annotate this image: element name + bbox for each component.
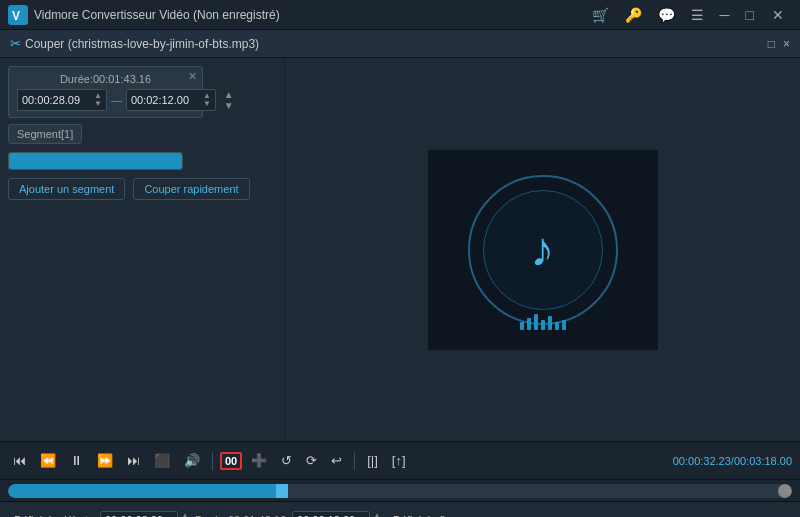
- duration-end-spinners: ▲ ▼: [203, 92, 211, 108]
- couper-restore-button[interactable]: □: [768, 37, 775, 51]
- skip-end-button[interactable]: ⏭: [122, 450, 145, 471]
- app-logo: V: [8, 5, 28, 25]
- ctrl-divider-2: [354, 452, 355, 470]
- close-button[interactable]: ✕: [764, 5, 792, 25]
- music-circle-inner: ♪: [483, 190, 603, 310]
- segment-label: Segment[1]: [8, 124, 82, 144]
- duration-scroll-up[interactable]: ▲: [224, 89, 234, 100]
- scissors-icon: ✂: [10, 36, 21, 51]
- end-time-spinners: ▲ ▼: [373, 512, 381, 518]
- title-bar-controls: 🛒 🔑 💬 ☰ ─ □ ✕: [586, 5, 792, 25]
- bracket-right-button[interactable]: [↑]: [387, 450, 411, 471]
- duration-start-spinners: ▲ ▼: [94, 92, 102, 108]
- duration-start-group: ▲ ▼: [17, 89, 107, 111]
- add-clip-button[interactable]: ➕: [246, 450, 272, 471]
- restore-button[interactable]: □: [740, 5, 760, 25]
- bracket-left-button[interactable]: [|]: [362, 450, 383, 471]
- seek-thumb[interactable]: [276, 484, 288, 498]
- duration-scroll-down[interactable]: ▼: [224, 100, 234, 111]
- eq-bar-3: [534, 314, 538, 330]
- play-button[interactable]: ⏸: [65, 450, 88, 471]
- settings-row: Définir le début ▲ ▼ Durée:00:01:43.16 ▲…: [0, 501, 800, 517]
- eq-bar-5: [548, 316, 552, 330]
- seek-right-end: [778, 484, 792, 498]
- start-time-group: ▲ ▼: [100, 511, 189, 518]
- app-title: Vidmore Convertisseur Vidéo (Non enregis…: [34, 8, 586, 22]
- title-bar: V Vidmore Convertisseur Vidéo (Non enreg…: [0, 0, 800, 30]
- seek-bar-fill: [8, 484, 282, 498]
- music-circle-outer: ♪: [468, 175, 618, 325]
- minimize-button[interactable]: ─: [714, 5, 736, 25]
- eq-bar-2: [527, 318, 531, 330]
- next-frame-button[interactable]: ⏩: [92, 450, 118, 471]
- prev-frame-button[interactable]: ⏪: [35, 450, 61, 471]
- duration-inputs: ▲ ▼ — ▲ ▼ ▲ ▼: [17, 89, 194, 111]
- duration-scroll-arrows: ▲ ▼: [224, 89, 234, 111]
- seek-bar[interactable]: [8, 484, 792, 498]
- duration-separator: —: [111, 94, 122, 106]
- set-start-button[interactable]: Définir le début: [8, 512, 94, 518]
- start-time-up[interactable]: ▲: [181, 512, 189, 518]
- undo-button[interactable]: ↩: [326, 450, 347, 471]
- left-timeline-fill: [9, 153, 182, 169]
- left-timeline[interactable]: [8, 152, 183, 170]
- eq-bar-7: [562, 320, 566, 330]
- couper-controls: □ ×: [768, 37, 790, 51]
- duration-end-input[interactable]: [131, 94, 203, 106]
- end-time-up[interactable]: ▲: [373, 512, 381, 518]
- seek-area: [0, 479, 800, 501]
- segment-buttons: Ajouter un segment Couper rapidement: [8, 178, 276, 200]
- svg-text:V: V: [12, 9, 20, 23]
- skip-start-button[interactable]: ⏮: [8, 450, 31, 471]
- start-time-spinners: ▲ ▼: [181, 512, 189, 518]
- user-icon[interactable]: 🔑: [619, 5, 648, 25]
- quick-cut-button[interactable]: Couper rapidement: [133, 178, 249, 200]
- couper-title: Couper (christmas-love-by-jimin-of-bts.m…: [25, 37, 768, 51]
- video-player: ♪: [428, 150, 658, 350]
- music-note-icon: ♪: [531, 222, 555, 277]
- right-panel: ♪: [285, 58, 800, 441]
- duration-start-input[interactable]: [22, 94, 94, 106]
- start-time-input[interactable]: [100, 511, 178, 518]
- controls-row: ⏮ ⏪ ⏸ ⏩ ⏭ ⬛ 🔊 00 ➕ ↺ ⟳ ↩ [|] [↑] 00:00:3…: [0, 441, 800, 479]
- couper-bar: ✂ Couper (christmas-love-by-jimin-of-bts…: [0, 30, 800, 58]
- eq-bar-4: [541, 320, 545, 330]
- duration-settings-label: Durée:00:01:43.16: [195, 514, 286, 518]
- couper-close-button[interactable]: ×: [783, 37, 790, 51]
- menu-icon[interactable]: ☰: [685, 5, 710, 25]
- duration-label: Durée:00:01:43.16: [17, 73, 194, 85]
- loop-button[interactable]: ↺: [276, 450, 297, 471]
- duration-end-group: ▲ ▼: [126, 89, 216, 111]
- duration-start-down[interactable]: ▼: [94, 100, 102, 108]
- stop-button[interactable]: ⬛: [149, 450, 175, 471]
- eq-bar-1: [520, 322, 524, 330]
- ctrl-divider-1: [212, 452, 213, 470]
- equalizer-bars: [520, 314, 566, 330]
- eq-bar-6: [555, 322, 559, 330]
- volume-button[interactable]: 🔊: [179, 450, 205, 471]
- duration-close-button[interactable]: ✕: [188, 70, 197, 83]
- chat-icon[interactable]: 💬: [652, 5, 681, 25]
- duration-end-down[interactable]: ▼: [203, 100, 211, 108]
- set-end-button[interactable]: Définir la fin: [387, 512, 457, 518]
- duration-popup: ✕ Durée:00:01:43.16 ▲ ▼ — ▲ ▼: [8, 66, 203, 118]
- end-time-input[interactable]: [292, 511, 370, 518]
- left-panel: ✕ Durée:00:01:43.16 ▲ ▼ — ▲ ▼: [0, 58, 285, 441]
- cut-mark-button[interactable]: 00: [220, 452, 242, 470]
- main-content: ✕ Durée:00:01:43.16 ▲ ▼ — ▲ ▼: [0, 58, 800, 441]
- rotate-button[interactable]: ⟳: [301, 450, 322, 471]
- end-time-group: ▲ ▼: [292, 511, 381, 518]
- add-segment-button[interactable]: Ajouter un segment: [8, 178, 125, 200]
- time-display: 00:00:32.23/00:03:18.00: [673, 455, 792, 467]
- cart-icon[interactable]: 🛒: [586, 5, 615, 25]
